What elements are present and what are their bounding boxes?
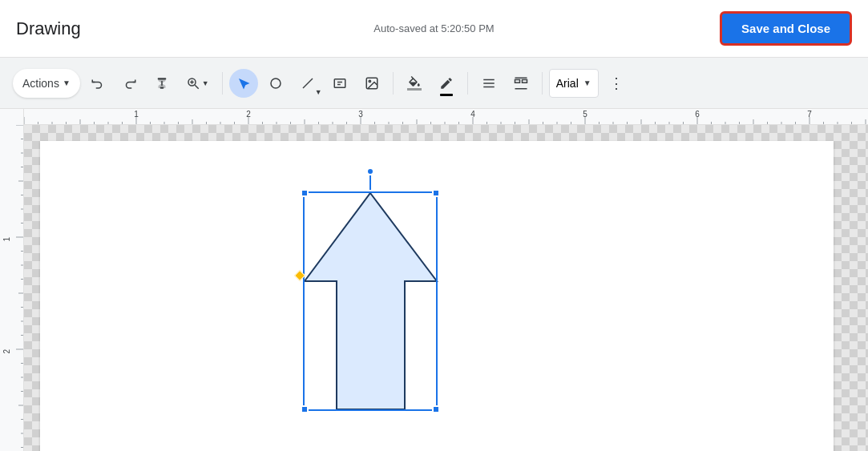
actions-label: Actions: [22, 77, 59, 90]
fill-color-button[interactable]: [400, 69, 429, 98]
arrow-shape-container[interactable]: [289, 185, 453, 413]
image-button[interactable]: [357, 69, 386, 98]
pen-color-indicator: [440, 94, 453, 96]
save-close-button[interactable]: Save and Close: [720, 11, 852, 46]
svg-rect-18: [515, 79, 519, 83]
handle-top-right[interactable]: [432, 189, 440, 197]
horizontal-ruler: [24, 109, 868, 124]
line-button[interactable]: ▼: [293, 69, 322, 98]
chevron-down-icon: ▼: [63, 79, 71, 87]
svg-rect-16: [483, 83, 495, 84]
svg-rect-19: [522, 79, 527, 83]
toolbar-separator-3: [467, 72, 468, 95]
pen-button[interactable]: [432, 69, 461, 98]
text-box-button[interactable]: [325, 69, 354, 98]
svg-point-7: [271, 79, 281, 88]
rotate-handle[interactable]: [366, 167, 374, 175]
canvas-main: [0, 125, 868, 451]
horizontal-ruler-row: [0, 109, 868, 125]
redo-button[interactable]: [115, 69, 144, 98]
autosave-status: Auto-saved at 5:20:50 PM: [373, 22, 494, 34]
rotate-line: [369, 175, 371, 190]
toolbar: Actions ▼ ▼ ▼: [0, 58, 868, 109]
paint-format-button[interactable]: [147, 69, 176, 98]
chevron-down-icon: ▼: [202, 79, 209, 87]
svg-rect-1: [160, 87, 164, 88]
selection-box: [303, 191, 438, 411]
shape-button[interactable]: [261, 69, 290, 98]
drawing-canvas[interactable]: [40, 141, 834, 451]
select-button[interactable]: [229, 69, 258, 98]
app-title: Drawing: [16, 18, 81, 39]
canvas-wrapper: [0, 109, 868, 451]
vertical-ruler: [0, 125, 24, 451]
align-button[interactable]: [474, 69, 503, 98]
svg-rect-15: [483, 79, 495, 80]
handle-bottom-left[interactable]: [301, 405, 309, 413]
svg-rect-2: [161, 81, 163, 86]
ruler-corner: [0, 109, 24, 125]
toolbar-separator-2: [393, 72, 394, 95]
font-selector[interactable]: Arial ▼: [549, 69, 599, 98]
svg-rect-14: [407, 88, 422, 91]
handle-bottom-right[interactable]: [432, 405, 440, 413]
zoom-button[interactable]: ▼: [180, 69, 216, 98]
more-options-button[interactable]: ⋮: [602, 69, 631, 98]
toolbar-separator-4: [542, 72, 543, 95]
svg-rect-9: [334, 79, 345, 87]
svg-point-13: [369, 80, 370, 82]
svg-rect-0: [158, 78, 167, 79]
svg-line-8: [303, 79, 313, 88]
undo-button[interactable]: [83, 69, 112, 98]
handle-top-left[interactable]: [301, 189, 309, 197]
svg-rect-17: [483, 86, 495, 87]
font-name: Arial: [556, 77, 579, 90]
header: Drawing Auto-saved at 5:20:50 PM Save an…: [0, 0, 868, 58]
svg-line-4: [195, 85, 199, 89]
actions-button[interactable]: Actions ▼: [13, 69, 80, 98]
distribute-button[interactable]: [507, 69, 535, 98]
drawing-area[interactable]: [24, 125, 868, 451]
chevron-down-icon: ▼: [583, 79, 591, 87]
chevron-down-icon: ▼: [315, 88, 322, 96]
toolbar-separator: [222, 72, 223, 95]
